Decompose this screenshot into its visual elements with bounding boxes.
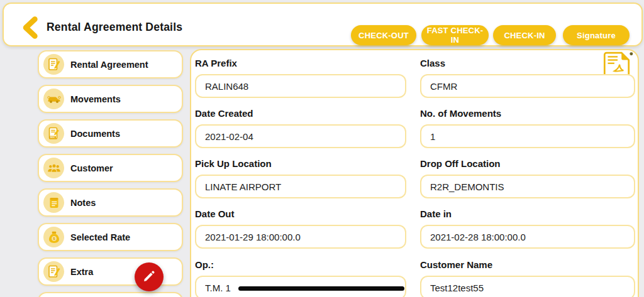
app-screen: Rental Agreement Details CHECK-OUT FAST … <box>0 0 644 297</box>
customer-name-input[interactable] <box>420 276 635 297</box>
sidebar-item-partial[interactable] <box>38 292 183 297</box>
field-label: Date Out <box>195 208 406 219</box>
field-ra-prefix: RA Prefix <box>195 58 406 98</box>
sidebar-item-label: Notes <box>70 198 96 208</box>
doc-file-icon: DOC <box>43 123 64 144</box>
field-pick-up-location: Pick Up Location <box>195 158 406 198</box>
header-bar: Rental Agreement Details CHECK-OUT FAST … <box>3 3 643 46</box>
field-no-of-movements: No. of Movements <box>420 108 635 148</box>
field-date-created: Date Created <box>195 108 406 148</box>
sidebar-item-movements[interactable]: Movements <box>38 85 183 113</box>
details-panel: PDF RA Prefix Class Date Created No. of … <box>190 49 639 297</box>
field-label: Pick Up Location <box>195 158 406 169</box>
drop-off-location-input[interactable] <box>420 175 635 198</box>
date-in-input[interactable] <box>420 225 635 249</box>
sidebar-item-label: Documents <box>70 129 120 139</box>
document-edit-icon <box>43 261 64 282</box>
sidebar-item-notes[interactable]: Notes <box>38 188 183 217</box>
class-input[interactable] <box>420 74 635 98</box>
field-label: RA Prefix <box>195 58 406 68</box>
sidebar-item-selected-rate[interactable]: $ Selected Rate <box>38 223 183 251</box>
sidebar-item-documents[interactable]: DOC Documents <box>38 119 183 148</box>
field-customer-name: Customer Name <box>420 259 635 297</box>
svg-text:DOC: DOC <box>50 136 55 139</box>
chevron-left-icon <box>19 33 43 42</box>
people-icon <box>43 158 64 178</box>
field-operator: Op.: <box>195 259 406 297</box>
document-edit-icon <box>43 54 64 75</box>
sidebar-item-rental-agreement[interactable]: Rental Agreement <box>38 50 183 78</box>
sidebar-item-customer[interactable]: Customer <box>38 154 183 182</box>
field-date-in: Date in <box>420 208 635 249</box>
no-of-movements-input[interactable] <box>420 124 635 148</box>
check-out-button[interactable]: CHECK-OUT <box>351 25 416 45</box>
field-class: Class <box>420 58 635 98</box>
sidebar-item-label: Movements <box>70 94 121 104</box>
field-drop-off-location: Drop Off Location <box>420 158 635 198</box>
date-created-input[interactable] <box>195 124 406 148</box>
field-label: Drop Off Location <box>420 158 635 169</box>
field-date-out: Date Out <box>195 208 406 249</box>
sidebar-item-label: Customer <box>70 163 113 173</box>
field-label: Customer Name <box>420 259 635 270</box>
pick-up-location-input[interactable] <box>195 175 406 198</box>
pencil-icon <box>142 269 157 286</box>
fast-check-in-button[interactable]: FAST CHECK-IN <box>421 25 489 45</box>
date-out-input[interactable] <box>195 225 406 249</box>
field-label: Class <box>420 58 635 68</box>
sidebar-item-label: Extra <box>70 267 93 277</box>
money-bag-icon: $ <box>43 227 64 247</box>
field-label: Date Created <box>195 108 406 119</box>
ra-prefix-input[interactable] <box>195 74 406 98</box>
page-title: Rental Agreement Details <box>47 21 182 34</box>
field-label: Op.: <box>195 259 406 270</box>
signature-button[interactable]: Signature <box>563 25 630 45</box>
field-label: Date in <box>420 208 635 219</box>
edit-fab-button[interactable] <box>135 262 164 291</box>
sidebar-item-label: Rental Agreement <box>70 60 148 70</box>
field-label: No. of Movements <box>420 108 635 119</box>
system-gesture-bar[interactable] <box>238 286 404 291</box>
notepad-icon <box>43 192 64 213</box>
check-in-button[interactable]: CHECK-IN <box>493 25 556 45</box>
svg-text:$: $ <box>53 236 55 240</box>
sidebar-item-label: Selected Rate <box>70 232 130 242</box>
back-button[interactable] <box>19 15 43 40</box>
car-icon <box>43 89 64 109</box>
